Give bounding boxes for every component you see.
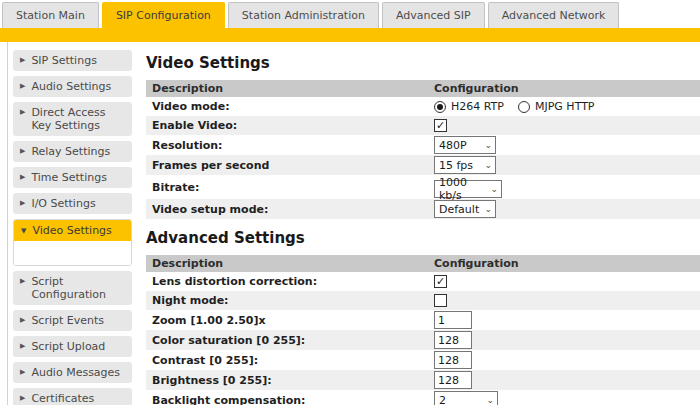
- advanced-settings-table: Description Configuration Lens distortio…: [146, 255, 700, 405]
- h264-rtp-radio-option[interactable]: H264 RTP: [434, 100, 504, 113]
- sidebar-item-sip-settings[interactable]: ▶ SIP Settings: [13, 50, 132, 71]
- sidebar: ▶ SIP Settings ▶ Audio Settings ▶ Direct…: [8, 42, 136, 405]
- frames-per-second-select[interactable]: 15 fps ⌄: [434, 156, 496, 174]
- backlight-compensation-label: Backlight compensation:: [146, 390, 428, 405]
- arrow-right-icon: ▶: [20, 197, 25, 209]
- enable-video-checkbox[interactable]: ✓: [434, 119, 447, 132]
- sidebar-item-relay-settings[interactable]: ▶ Relay Settings: [13, 141, 132, 162]
- tab-advanced-network[interactable]: Advanced Network: [488, 2, 620, 28]
- video-mode-label: Video mode:: [146, 97, 428, 116]
- video-mode-radio-group: H264 RTP MJPG HTTP: [434, 100, 694, 113]
- sidebar-item-label: Certificates: [31, 392, 94, 405]
- sidebar-item-direct-access-key-settings[interactable]: ▶ Direct Access Key Settings: [13, 102, 132, 136]
- sidebar-item-script-upload[interactable]: ▶ Script Upload: [13, 336, 132, 357]
- description-column-header: Description: [146, 80, 428, 97]
- contrast-label: Contrast [0 255]:: [146, 350, 428, 370]
- brightness-label: Brightness [0 255]:: [146, 370, 428, 390]
- table-header-row: Description Configuration: [146, 80, 700, 97]
- tab-station-main[interactable]: Station Main: [2, 2, 99, 28]
- backlight-compensation-select-value: 2: [439, 394, 446, 405]
- night-mode-checkbox[interactable]: ✓: [434, 294, 447, 307]
- resolution-label: Resolution:: [146, 135, 428, 155]
- backlight-compensation-select[interactable]: 2 ⌄: [434, 391, 498, 405]
- bitrate-select[interactable]: 1000 kb/s ⌄: [434, 180, 502, 198]
- chevron-down-icon: ⌄: [486, 396, 494, 404]
- chevron-down-icon: ⌄: [484, 161, 492, 169]
- sidebar-item-script-events[interactable]: ▶ Script Events: [13, 310, 132, 331]
- zoom-input[interactable]: [434, 311, 472, 329]
- sidebar-video-settings-panel: [14, 241, 131, 265]
- enable-video-row: Enable Video: ✓: [146, 116, 700, 135]
- sidebar-item-label: Relay Settings: [31, 145, 110, 158]
- arrow-right-icon: ▶: [20, 54, 25, 66]
- backlight-compensation-row: Backlight compensation: 2 ⌄: [146, 390, 700, 405]
- advanced-settings-heading: Advanced Settings: [146, 229, 700, 247]
- contrast-row: Contrast [0 255]:: [146, 350, 700, 370]
- chevron-down-icon: ⌄: [484, 205, 492, 213]
- sidebar-item-label: Audio Settings: [31, 80, 111, 93]
- sidebar-item-label: Audio Messages: [31, 366, 120, 379]
- video-mode-row: Video mode: H264 RTP MJPG HTTP: [146, 97, 700, 116]
- check-icon: ✓: [436, 120, 445, 131]
- sidebar-item-video-settings[interactable]: ▼ Video Settings: [14, 220, 131, 241]
- video-setup-mode-select[interactable]: Default ⌄: [434, 200, 496, 218]
- enable-video-label: Enable Video:: [146, 116, 428, 135]
- zoom-row: Zoom [1.00 2.50]x: [146, 310, 700, 330]
- arrow-right-icon: ▶: [20, 340, 25, 352]
- color-saturation-label: Color saturation [0 255]:: [146, 330, 428, 350]
- sidebar-item-time-settings[interactable]: ▶ Time Settings: [13, 167, 132, 188]
- arrow-right-icon: ▶: [20, 392, 25, 404]
- resolution-select-value: 480P: [439, 139, 467, 152]
- sidebar-item-certificates[interactable]: ▶ Certificates: [13, 388, 132, 405]
- arrow-right-icon: ▶: [20, 171, 25, 183]
- frames-per-second-select-value: 15 fps: [439, 159, 473, 172]
- sidebar-item-label: Video Settings: [32, 224, 111, 237]
- chevron-down-icon: ⌄: [484, 141, 492, 149]
- sidebar-item-label: Script Events: [31, 314, 104, 327]
- mjpg-http-radio-option[interactable]: MJPG HTTP: [518, 100, 595, 113]
- sidebar-item-io-settings[interactable]: ▶ I/O Settings: [13, 193, 132, 214]
- left-divider: [0, 42, 8, 405]
- table-header-row: Description Configuration: [146, 255, 700, 272]
- brightness-input[interactable]: [434, 371, 472, 389]
- sidebar-item-label: Direct Access Key Settings: [31, 106, 128, 132]
- main-content: Video Settings Description Configuration…: [136, 42, 700, 405]
- color-saturation-row: Color saturation [0 255]:: [146, 330, 700, 350]
- frames-per-second-row: Frames per second 15 fps ⌄: [146, 155, 700, 175]
- color-saturation-input[interactable]: [434, 331, 472, 349]
- radio-dot-icon: [437, 104, 443, 110]
- brightness-row: Brightness [0 255]:: [146, 370, 700, 390]
- arrow-right-icon: ▶: [20, 145, 25, 157]
- configuration-column-header: Configuration: [428, 80, 700, 97]
- bitrate-row: Bitrate: 1000 kb/s ⌄: [146, 175, 700, 199]
- video-setup-mode-select-value: Default: [439, 203, 479, 216]
- arrow-right-icon: ▶: [20, 366, 25, 378]
- sidebar-item-script-configuration[interactable]: ▶ Script Configuration: [13, 271, 132, 305]
- video-settings-heading: Video Settings: [146, 54, 700, 72]
- resolution-select[interactable]: 480P ⌄: [434, 136, 496, 154]
- sidebar-item-label: I/O Settings: [31, 197, 95, 210]
- sidebar-item-label: Time Settings: [31, 171, 107, 184]
- night-mode-row: Night mode: ✓: [146, 291, 700, 310]
- lens-distortion-checkbox[interactable]: ✓: [434, 275, 447, 288]
- lens-distortion-row: Lens distortion correction: ✓: [146, 272, 700, 291]
- arrow-right-icon: ▶: [20, 314, 25, 326]
- tab-station-administration[interactable]: Station Administration: [228, 2, 379, 28]
- description-column-header: Description: [146, 255, 428, 272]
- video-settings-table: Description Configuration Video mode: H2…: [146, 80, 700, 219]
- sidebar-item-audio-settings[interactable]: ▶ Audio Settings: [13, 76, 132, 97]
- sidebar-item-label: Script Configuration: [31, 275, 128, 301]
- contrast-input[interactable]: [434, 351, 472, 369]
- arrow-down-icon: ▼: [21, 227, 26, 235]
- check-icon: ✓: [436, 276, 445, 287]
- sidebar-item-audio-messages[interactable]: ▶ Audio Messages: [13, 362, 132, 383]
- video-setup-mode-row: Video setup mode: Default ⌄: [146, 199, 700, 219]
- tab-sip-configuration[interactable]: SIP Configuration: [102, 2, 225, 28]
- configuration-column-header: Configuration: [428, 255, 700, 272]
- tab-bar: Station Main SIP Configuration Station A…: [0, 0, 700, 28]
- zoom-label: Zoom [1.00 2.50]x: [146, 310, 428, 330]
- night-mode-label: Night mode:: [146, 291, 428, 310]
- h264-rtp-label: H264 RTP: [451, 100, 504, 113]
- tab-advanced-sip[interactable]: Advanced SIP: [382, 2, 485, 28]
- bitrate-label: Bitrate:: [146, 175, 428, 199]
